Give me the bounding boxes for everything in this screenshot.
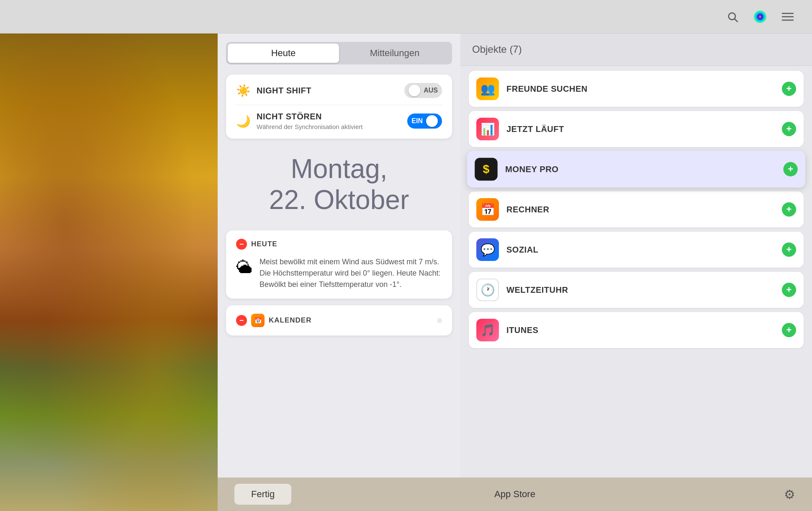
widget-list-item[interactable]: 📅RECHNER+ <box>469 191 804 227</box>
app-name-rechner: RECHNER <box>506 205 774 214</box>
toggle-label-off: AUS <box>424 87 438 94</box>
add-button-rechner[interactable]: + <box>782 202 796 217</box>
top-bar <box>0 0 812 34</box>
app-name-weltzeituhr: WELTZEITUHR <box>506 285 774 295</box>
add-button-jetzt[interactable]: + <box>782 122 796 136</box>
toggle-knob-on <box>426 115 438 127</box>
sun-icon: ☀️ <box>236 84 251 98</box>
app-store-button[interactable]: App Store <box>494 489 535 500</box>
bottom-bar: Fertig App Store ⚙ <box>218 477 812 511</box>
kal-header: − 📅 KALENDER ≡ <box>236 314 442 327</box>
app-name-jetzt: JETZT LÄUFT <box>506 124 774 134</box>
moon-icon: 🌙 <box>236 114 251 128</box>
widget-list-item[interactable]: 👥FREUNDE SUCHEN+ <box>469 71 804 107</box>
tab-bar: Heute Mitteilungen <box>226 42 452 65</box>
objects-panel: Objekte (7) 👥FREUNDE SUCHEN+📊JETZT LÄUFT… <box>460 34 812 477</box>
calendar-icon: 📅 <box>251 314 265 327</box>
gear-icon[interactable]: ⚙ <box>784 487 795 502</box>
app-icon-sozial: 💬 <box>476 238 499 261</box>
add-button-freunde[interactable]: + <box>782 82 796 96</box>
nicht-storen-subtitle: Während der Synchronisation aktiviert <box>257 123 401 130</box>
wallpaper <box>0 34 218 511</box>
kalender-title: KALENDER <box>269 316 311 325</box>
nicht-storen-title: NICHT STÖREN <box>257 112 401 121</box>
objects-header: Objekte (7) <box>460 34 812 66</box>
widget-list-item[interactable]: 🕐WELTZEITUHR+ <box>469 272 804 308</box>
nicht-storen-row: 🌙 NICHT STÖREN Während der Synchronisati… <box>236 112 442 130</box>
heute-title: HEUTE <box>251 240 278 248</box>
add-button-sozial[interactable]: + <box>782 243 796 257</box>
toggle-knob <box>409 85 420 96</box>
app-icon-weltzeituhr: 🕐 <box>476 279 499 301</box>
bottom-bar-wrapper: Fertig App Store ⚙ <box>234 484 795 505</box>
app-icon-itunes: 🎵 <box>476 319 499 341</box>
heute-header: − HEUTE <box>236 239 442 250</box>
heute-widget: − HEUTE 🌥 Meist bewölkt mit einem Wind a… <box>226 230 452 299</box>
app-icon-money: $ <box>475 158 498 181</box>
night-shift-row: ☀️ NIGHT SHIFT AUS <box>236 83 442 98</box>
app-name-itunes: ITUNES <box>506 325 774 335</box>
night-shift-card: ☀️ NIGHT SHIFT AUS 🌙 NICHT STÖREN Währen… <box>226 75 452 139</box>
app-icon-freunde: 👥 <box>476 77 499 100</box>
kalender-widget: − 📅 KALENDER ≡ <box>226 305 452 336</box>
remove-kalender-button[interactable]: − <box>236 315 247 326</box>
app-name-freunde: FREUNDE SUCHEN <box>506 84 774 94</box>
add-button-itunes[interactable]: + <box>782 323 796 337</box>
cloud-icon: 🌥 <box>236 258 253 277</box>
add-button-money[interactable]: + <box>783 162 797 176</box>
date-line1: Montag, <box>226 154 452 185</box>
fertig-button[interactable]: Fertig <box>234 484 291 505</box>
remove-heute-button[interactable]: − <box>236 239 247 250</box>
app-name-sozial: SOZIAL <box>506 245 774 255</box>
widget-list-item[interactable]: 🎵ITUNES+ <box>469 312 804 348</box>
toggle-label-on: EIN <box>411 117 423 125</box>
widget-list-item[interactable]: 💬SOZIAL+ <box>469 232 804 268</box>
weather-text: Meist bewölkt mit einem Wind aus Südwest… <box>260 256 442 290</box>
divider <box>236 105 442 105</box>
nicht-storen-toggle[interactable]: EIN <box>407 114 442 129</box>
app-icon-rechner: 📅 <box>476 198 499 221</box>
app-name-money: MONEY PRO <box>505 164 776 174</box>
today-panel: Heute Mitteilungen ☀️ NIGHT SHIFT AUS <box>218 34 460 477</box>
siri-icon[interactable] <box>753 9 768 24</box>
date-line2: 22. Oktober <box>226 185 452 216</box>
weather-content: 🌥 Meist bewölkt mit einem Wind aus Südwe… <box>236 256 442 290</box>
date-display: Montag, 22. Oktober <box>226 145 452 224</box>
nc-container: Heute Mitteilungen ☀️ NIGHT SHIFT AUS <box>218 34 812 477</box>
app-icon-jetzt: 📊 <box>476 118 499 140</box>
svg-line-1 <box>735 19 737 21</box>
nicht-storen-text: NICHT STÖREN Während der Synchronisation… <box>257 112 401 130</box>
widget-list-item[interactable]: $MONEY PRO+ <box>467 151 805 188</box>
widget-list-item[interactable]: 📊JETZT LÄUFT+ <box>469 111 804 147</box>
add-button-weltzeituhr[interactable]: + <box>782 283 796 297</box>
night-shift-toggle[interactable]: AUS <box>404 83 442 98</box>
tab-mitteilungen[interactable]: Mitteilungen <box>339 44 450 63</box>
menu-icon[interactable] <box>780 9 795 24</box>
main-container: Heute Mitteilungen ☀️ NIGHT SHIFT AUS <box>0 34 812 511</box>
night-shift-title: NIGHT SHIFT <box>257 86 398 95</box>
drag-handle: ≡ <box>437 316 442 325</box>
right-panel: Heute Mitteilungen ☀️ NIGHT SHIFT AUS <box>218 34 812 511</box>
search-icon[interactable] <box>725 9 740 24</box>
widget-list: 👥FREUNDE SUCHEN+📊JETZT LÄUFT+$MONEY PRO+… <box>460 66 812 477</box>
svg-point-2 <box>754 10 766 23</box>
tab-heute[interactable]: Heute <box>228 44 339 63</box>
